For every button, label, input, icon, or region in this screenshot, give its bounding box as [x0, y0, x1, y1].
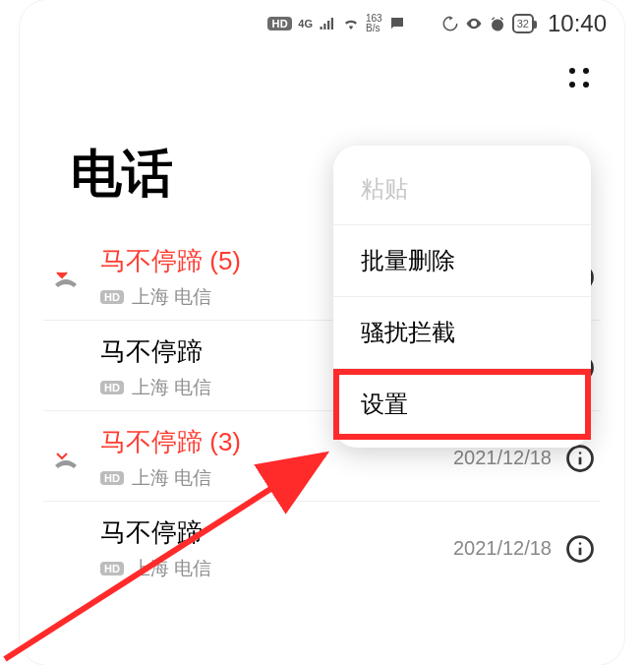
call-location: 上海 电信 [132, 465, 211, 491]
menu-batch-delete[interactable]: 批量删除 [333, 225, 591, 297]
call-row[interactable]: 马不停蹄 HD 上海 电信 2021/12/18 [43, 502, 601, 591]
hd-indicator-icon: HD [267, 17, 292, 30]
battery-icon: 32 [512, 14, 534, 33]
call-date: 2021/12/18 [453, 537, 552, 560]
menu-settings[interactable]: 设置 [333, 369, 591, 440]
info-icon[interactable] [565, 534, 595, 564]
more-menu-icon[interactable] [569, 68, 591, 90]
missed-call-icon [53, 271, 79, 288]
alarm-icon [489, 15, 506, 32]
sync-icon [441, 15, 459, 32]
chat-icon [388, 15, 406, 32]
contact-name: 马不停蹄 [100, 515, 439, 550]
menu-block[interactable]: 骚扰拦截 [333, 297, 591, 369]
overflow-menu: 粘贴 批量删除 骚扰拦截 设置 [333, 146, 591, 448]
missed-call-icon [53, 452, 79, 469]
hd-chip-icon: HD [100, 562, 124, 575]
hd-chip-icon: HD [100, 290, 124, 304]
menu-paste: 粘贴 [333, 153, 591, 225]
eye-icon [465, 15, 483, 32]
clock-time: 10:40 [548, 10, 607, 37]
wifi-icon [342, 15, 360, 32]
call-location: 上海 电信 [132, 556, 211, 581]
data-rate: 163 B/s [366, 14, 382, 33]
hd-chip-icon: HD [100, 381, 124, 394]
call-location: 上海 电信 [132, 375, 211, 400]
network-type: 4G [298, 18, 313, 30]
svg-point-8 [579, 452, 582, 454]
signal-icon [319, 15, 336, 32]
call-date: 2021/12/18 [453, 447, 552, 469]
phone-frame: HD 4G 163 B/s 32 10:40 电话 马不停蹄 (5) [20, 0, 624, 665]
call-location: 上海 电信 [132, 284, 211, 310]
info-icon[interactable] [565, 444, 595, 473]
svg-point-11 [579, 542, 582, 545]
app-bar [20, 47, 624, 110]
status-bar: HD 4G 163 B/s 32 10:40 [20, 0, 624, 47]
hd-chip-icon: HD [100, 471, 124, 485]
